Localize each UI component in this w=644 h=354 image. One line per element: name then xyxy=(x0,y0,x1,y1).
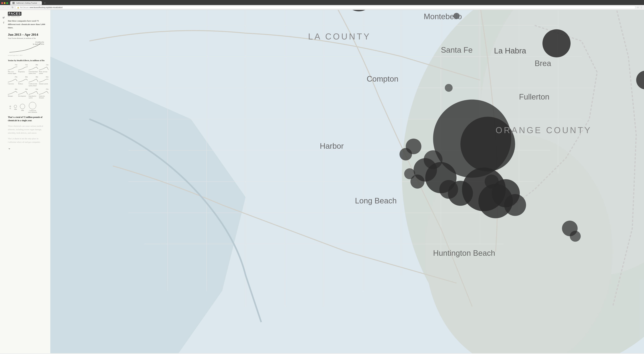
health-sparkline xyxy=(39,90,48,95)
health-value: 27m xyxy=(8,76,17,78)
map-bubble xyxy=(542,29,570,58)
health-label: Respiratory xyxy=(18,71,28,73)
logo-faces: FACES xyxy=(8,12,22,16)
map-svg: Los Angeles Montebello LA COUNTY Santa F… xyxy=(50,10,644,353)
svg-text:Long Beach: Long Beach xyxy=(355,196,397,205)
health-item: 45mKidneys xyxy=(18,76,28,86)
map-bubble xyxy=(460,117,515,172)
fullscreen-button[interactable] xyxy=(6,2,8,4)
health-sparkline xyxy=(8,66,17,70)
health-label: Endocrine disruptor xyxy=(39,95,48,99)
health-value: 61m xyxy=(39,76,48,78)
browser-chrome: California's Getting Fracked ✕ + ← → ↻ 🔒… xyxy=(0,0,644,10)
chart-annotation: 22 million lbs by April 24, 2014 xyxy=(33,41,44,45)
health-item: 42mMutagen xyxy=(8,88,17,99)
logo-subtitle: OF FRACKING xyxy=(8,16,46,17)
health-value: 42m xyxy=(8,88,17,90)
health-value: 27m xyxy=(39,88,48,90)
legend-item: 100k xyxy=(14,105,17,110)
social-icons xyxy=(2,16,5,24)
health-label: Reproductive system xyxy=(28,95,38,99)
health-label: Mutagen xyxy=(8,95,17,97)
health-sparkline xyxy=(39,78,48,82)
health-item: 10mDevelopment xyxy=(18,88,28,99)
health-grid: 71mSkin, eyes, sensory organs71mRespirat… xyxy=(8,64,46,99)
health-sparkline xyxy=(8,78,17,82)
forward-button[interactable]: → xyxy=(6,6,10,9)
svg-text:Harbor: Harbor xyxy=(320,142,344,150)
health-label: Kidneys xyxy=(18,83,28,85)
health-label: Skin, eyes, sensory organs xyxy=(8,71,17,74)
url-text: www.facesoffracking.org/data-visualizati… xyxy=(30,6,62,8)
svg-text:Huntington Beach: Huntington Beach xyxy=(433,249,495,258)
health-value: 45m xyxy=(18,76,28,78)
svg-text:Compton: Compton xyxy=(367,74,398,83)
legend-item: 1k xyxy=(10,106,11,109)
health-item: 71mRespiratory xyxy=(18,64,28,74)
legend: 1k100k500k1 million lbs toxic chemicals xyxy=(8,102,46,113)
health-sparkline xyxy=(8,90,17,95)
legend-label: 500k xyxy=(21,110,24,111)
security-icon: 🔒 xyxy=(17,6,19,8)
health-sparkline xyxy=(18,78,28,82)
left-panel: FACES OF FRACKING that these companies h… xyxy=(0,10,50,353)
security-label: Not Secure xyxy=(20,6,28,8)
facebook-icon[interactable] xyxy=(2,21,5,24)
map-bubble xyxy=(504,194,526,216)
tab-close-button[interactable]: ✕ xyxy=(38,2,40,4)
chart-note: records begin Jan 5, 2013 xyxy=(8,54,46,56)
active-tab[interactable]: California's Getting Fracked ✕ xyxy=(10,1,42,5)
health-label: Development xyxy=(18,95,28,97)
health-sparkline xyxy=(28,78,38,82)
health-item: 16mCardiovascular system, blood xyxy=(28,76,38,86)
close-button[interactable] xyxy=(1,2,3,4)
address-bar[interactable]: 🔒 Not Secure www.facesoffracking.org/dat… xyxy=(16,6,636,9)
health-value: 29m xyxy=(28,64,38,66)
svg-text:La Habra: La Habra xyxy=(494,46,526,55)
extensions-icon[interactable]: ⋮ xyxy=(640,6,642,9)
map-bubble xyxy=(484,174,498,188)
legend-label: 100k xyxy=(14,108,17,110)
tab-bar: California's Getting Fracked ✕ + xyxy=(0,0,644,5)
map-bubble xyxy=(400,148,412,160)
legend-circle xyxy=(10,106,11,107)
legend-label: 1k xyxy=(10,108,11,109)
map-bubble xyxy=(570,231,581,242)
legend-item: 1 million lbs toxic chemicals xyxy=(28,102,37,113)
legend-circle xyxy=(14,105,17,108)
refresh-button[interactable]: ↻ xyxy=(11,6,14,9)
legend-item: 500k xyxy=(20,104,25,111)
chevron-down-icon[interactable]: ⌄ xyxy=(8,146,11,150)
line-chart: 22 million lbs by April 24, 2014 records… xyxy=(8,41,46,56)
map-area: Los Angeles Montebello LA COUNTY Santa F… xyxy=(50,10,644,353)
health-sparkline xyxy=(28,90,38,95)
intro-text: that these companies have used 75 differ… xyxy=(8,19,46,30)
svg-text:LA COUNTY: LA COUNTY xyxy=(308,32,371,41)
health-value: 15m xyxy=(28,88,38,90)
tab-favicon xyxy=(12,2,14,4)
new-tab-button[interactable]: + xyxy=(43,1,47,5)
bookmark-icon[interactable]: ☆ xyxy=(637,6,639,9)
health-value: 71m xyxy=(18,64,28,66)
health-item: 15mReproductive system xyxy=(28,88,38,99)
scroll-indicator[interactable]: ⌄ xyxy=(8,146,46,150)
health-value: 16m xyxy=(28,76,38,78)
svg-text:Fullerton: Fullerton xyxy=(519,92,549,101)
health-item: 27mCancerous xyxy=(8,76,17,86)
health-title: Toxins by Health Effects, in millions of… xyxy=(8,59,46,62)
legend-circle xyxy=(29,102,36,109)
svg-text:Montebello: Montebello xyxy=(424,12,462,21)
summary-bold: That's a total of 72 million pounds of c… xyxy=(8,116,46,122)
health-item: 61mImmune system xyxy=(39,76,48,86)
twitter-icon[interactable] xyxy=(2,16,5,19)
health-item: 27mEndocrine disruptor xyxy=(39,88,48,99)
health-label: Cardiovascular system, blood xyxy=(28,83,38,86)
address-bar-row: ← → ↻ 🔒 Not Secure www.facesoffracking.o… xyxy=(0,5,644,10)
health-item: 11mBrain, nervous system xyxy=(39,64,48,74)
summary-body1: These chemicals can cause serious medica… xyxy=(8,124,46,135)
logo[interactable]: FACES OF FRACKING xyxy=(8,12,46,17)
health-label: Gastrointestinal system, liver xyxy=(28,71,38,74)
health-value: 11m xyxy=(39,64,48,66)
minimize-button[interactable] xyxy=(4,2,6,4)
back-button[interactable]: ← xyxy=(2,6,5,9)
